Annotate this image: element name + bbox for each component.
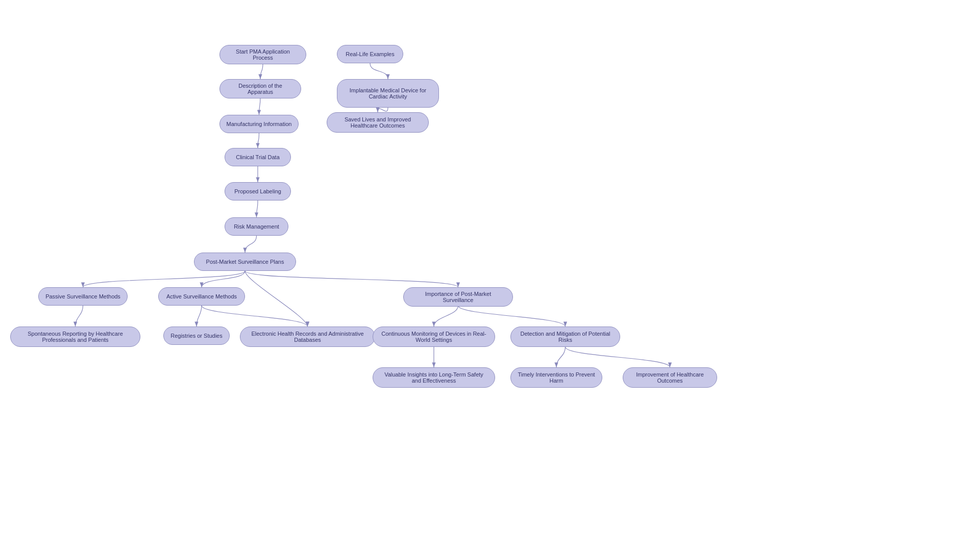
node-desc_apparatus[interactable]: Description of the Apparatus — [219, 79, 301, 98]
node-importance_post[interactable]: Importance of Post-Market Surveillance — [403, 287, 513, 307]
node-active_surv[interactable]: Active Surveillance Methods — [158, 287, 245, 306]
node-detection_mitigation[interactable]: Detection and Mitigation of Potential Ri… — [510, 327, 620, 347]
node-passive_surv[interactable]: Passive Surveillance Methods — [38, 287, 128, 306]
node-ehr[interactable]: Electronic Health Records and Administra… — [240, 327, 375, 347]
node-improvement_outcomes[interactable]: Improvement of Healthcare Outcomes — [623, 367, 717, 388]
connections-svg — [0, 0, 980, 551]
node-saved_lives[interactable]: Saved Lives and Improved Healthcare Outc… — [327, 112, 429, 133]
node-timely_interventions[interactable]: Timely Interventions to Prevent Harm — [510, 367, 602, 388]
node-start_pma[interactable]: Start PMA Application Process — [219, 45, 306, 64]
node-continuous_monitoring[interactable]: Continuous Monitoring of Devices in Real… — [373, 327, 495, 347]
node-valuable_insights[interactable]: Valuable Insights into Long-Term Safety … — [373, 367, 495, 388]
node-registries[interactable]: Registries or Studies — [163, 327, 230, 345]
node-spontaneous[interactable]: Spontaneous Reporting by Healthcare Prof… — [10, 327, 140, 347]
node-proposed_labeling[interactable]: Proposed Labeling — [225, 182, 291, 201]
node-risk_management[interactable]: Risk Management — [225, 217, 288, 236]
node-clinical_trial[interactable]: Clinical Trial Data — [225, 148, 291, 166]
diagram-container: Start PMA Application ProcessReal-Life E… — [0, 0, 980, 551]
node-real_life[interactable]: Real-Life Examples — [337, 45, 403, 63]
node-implantable[interactable]: Implantable Medical Device for Cardiac A… — [337, 79, 439, 108]
node-post_market[interactable]: Post-Market Surveillance Plans — [194, 253, 296, 271]
node-manufacturing[interactable]: Manufacturing Information — [219, 115, 299, 133]
